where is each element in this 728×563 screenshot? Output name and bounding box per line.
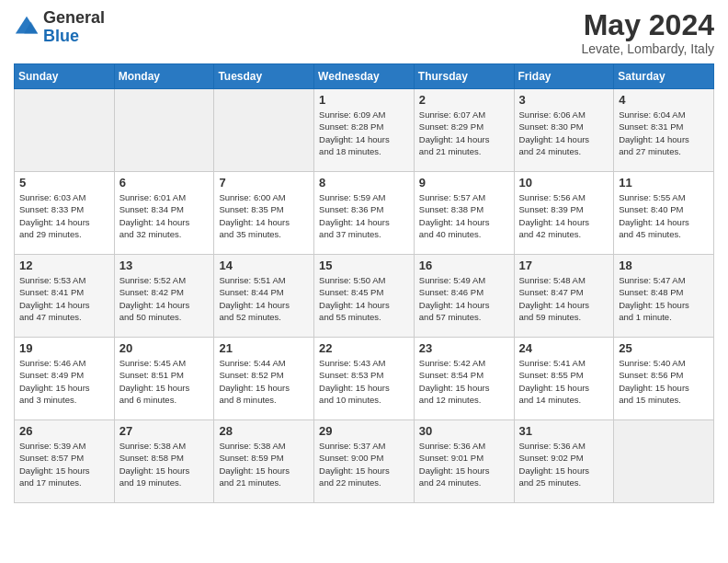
day-info: Sunrise: 5:37 AMSunset: 9:00 PMDaylight:…	[319, 440, 409, 488]
day-number: 29	[319, 424, 409, 438]
col-header-monday: Monday	[114, 64, 214, 89]
day-cell: 9Sunrise: 5:57 AMSunset: 8:38 PMDaylight…	[414, 172, 514, 255]
day-info: Sunrise: 5:40 AMSunset: 8:56 PMDaylight:…	[619, 357, 709, 406]
logo-blue: Blue	[43, 28, 105, 46]
day-info: Sunrise: 5:55 AMSunset: 8:40 PMDaylight:…	[619, 191, 709, 240]
day-number: 20	[119, 341, 210, 355]
day-number: 28	[219, 424, 309, 438]
day-number: 12	[19, 259, 109, 272]
page-header: General Blue May 2024 Levate, Lombardy, …	[14, 9, 714, 56]
day-cell: 13Sunrise: 5:52 AMSunset: 8:42 PMDayligh…	[114, 255, 214, 338]
day-number: 7	[219, 176, 309, 190]
day-number: 17	[519, 259, 609, 272]
day-number: 8	[319, 176, 409, 190]
day-cell: 31Sunrise: 5:36 AMSunset: 9:02 PMDayligh…	[514, 420, 614, 503]
day-number: 23	[419, 341, 509, 355]
day-number: 19	[19, 341, 109, 355]
col-header-thursday: Thursday	[414, 64, 514, 89]
day-info: Sunrise: 5:38 AMSunset: 8:58 PMDaylight:…	[119, 440, 210, 488]
day-info: Sunrise: 6:00 AMSunset: 8:35 PMDaylight:…	[219, 191, 309, 240]
week-row-2: 5Sunrise: 6:03 AMSunset: 8:33 PMDaylight…	[15, 172, 714, 255]
day-info: Sunrise: 5:45 AMSunset: 8:51 PMDaylight:…	[119, 357, 210, 406]
week-row-5: 26Sunrise: 5:39 AMSunset: 8:57 PMDayligh…	[15, 420, 714, 503]
day-number: 1	[319, 93, 409, 107]
day-cell: 11Sunrise: 5:55 AMSunset: 8:40 PMDayligh…	[614, 172, 714, 255]
day-info: Sunrise: 5:46 AMSunset: 8:49 PMDaylight:…	[19, 357, 109, 406]
day-number: 9	[419, 176, 509, 190]
day-cell: 16Sunrise: 5:49 AMSunset: 8:46 PMDayligh…	[414, 255, 514, 338]
day-info: Sunrise: 5:41 AMSunset: 8:55 PMDaylight:…	[519, 357, 609, 406]
day-number: 26	[19, 424, 109, 438]
day-cell: 7Sunrise: 6:00 AMSunset: 8:35 PMDaylight…	[214, 172, 314, 255]
day-cell	[114, 89, 214, 172]
day-number: 30	[419, 424, 509, 438]
day-cell: 12Sunrise: 5:53 AMSunset: 8:41 PMDayligh…	[15, 255, 115, 338]
day-number: 31	[519, 424, 609, 438]
day-number: 14	[219, 259, 309, 272]
day-info: Sunrise: 5:48 AMSunset: 8:47 PMDaylight:…	[519, 274, 609, 323]
day-cell: 6Sunrise: 6:01 AMSunset: 8:34 PMDaylight…	[114, 172, 214, 255]
day-cell: 28Sunrise: 5:38 AMSunset: 8:59 PMDayligh…	[214, 420, 314, 503]
day-info: Sunrise: 5:36 AMSunset: 9:02 PMDaylight:…	[519, 440, 609, 488]
title-block: May 2024 Levate, Lombardy, Italy	[582, 9, 714, 56]
logo-text: General Blue	[43, 9, 105, 46]
header-row: SundayMondayTuesdayWednesdayThursdayFrid…	[15, 64, 714, 89]
day-cell: 27Sunrise: 5:38 AMSunset: 8:58 PMDayligh…	[114, 420, 214, 503]
col-header-saturday: Saturday	[614, 64, 714, 89]
day-cell: 26Sunrise: 5:39 AMSunset: 8:57 PMDayligh…	[15, 420, 115, 503]
day-cell: 4Sunrise: 6:04 AMSunset: 8:31 PMDaylight…	[614, 89, 714, 172]
day-info: Sunrise: 6:04 AMSunset: 8:31 PMDaylight:…	[619, 109, 709, 157]
day-cell: 22Sunrise: 5:43 AMSunset: 8:53 PMDayligh…	[314, 338, 415, 420]
day-cell: 17Sunrise: 5:48 AMSunset: 8:47 PMDayligh…	[514, 255, 614, 338]
day-number: 4	[619, 93, 709, 107]
day-info: Sunrise: 5:43 AMSunset: 8:53 PMDaylight:…	[319, 357, 409, 406]
col-header-wednesday: Wednesday	[314, 64, 415, 89]
day-info: Sunrise: 6:03 AMSunset: 8:33 PMDaylight:…	[19, 191, 109, 240]
calendar-header: SundayMondayTuesdayWednesdayThursdayFrid…	[15, 64, 714, 89]
day-info: Sunrise: 5:59 AMSunset: 8:36 PMDaylight:…	[319, 191, 409, 240]
month-year-title: May 2024	[582, 9, 714, 41]
day-cell: 8Sunrise: 5:59 AMSunset: 8:36 PMDaylight…	[314, 172, 415, 255]
day-cell: 25Sunrise: 5:40 AMSunset: 8:56 PMDayligh…	[614, 338, 714, 420]
day-number: 18	[619, 259, 709, 272]
day-info: Sunrise: 5:53 AMSunset: 8:41 PMDaylight:…	[19, 274, 109, 323]
day-info: Sunrise: 5:39 AMSunset: 8:57 PMDaylight:…	[19, 440, 109, 488]
day-cell: 19Sunrise: 5:46 AMSunset: 8:49 PMDayligh…	[15, 338, 115, 420]
day-info: Sunrise: 5:49 AMSunset: 8:46 PMDaylight:…	[419, 274, 509, 323]
day-number: 22	[319, 341, 409, 355]
day-cell: 20Sunrise: 5:45 AMSunset: 8:51 PMDayligh…	[114, 338, 214, 420]
day-info: Sunrise: 5:42 AMSunset: 8:54 PMDaylight:…	[419, 357, 509, 406]
day-number: 16	[419, 259, 509, 272]
calendar-body: 1Sunrise: 6:09 AMSunset: 8:28 PMDaylight…	[15, 89, 714, 503]
week-row-3: 12Sunrise: 5:53 AMSunset: 8:41 PMDayligh…	[15, 255, 714, 338]
day-info: Sunrise: 6:06 AMSunset: 8:30 PMDaylight:…	[519, 109, 609, 157]
day-number: 3	[519, 93, 609, 107]
day-info: Sunrise: 6:01 AMSunset: 8:34 PMDaylight:…	[119, 191, 210, 240]
day-number: 2	[419, 93, 509, 107]
day-cell	[214, 89, 314, 172]
day-cell: 10Sunrise: 5:56 AMSunset: 8:39 PMDayligh…	[514, 172, 614, 255]
calendar-table: SundayMondayTuesdayWednesdayThursdayFrid…	[14, 63, 714, 503]
day-number: 5	[19, 176, 109, 190]
logo-general: General	[43, 9, 105, 28]
day-cell: 29Sunrise: 5:37 AMSunset: 9:00 PMDayligh…	[314, 420, 415, 503]
day-cell	[614, 420, 714, 503]
day-info: Sunrise: 5:51 AMSunset: 8:44 PMDaylight:…	[219, 274, 309, 323]
day-info: Sunrise: 5:50 AMSunset: 8:45 PMDaylight:…	[319, 274, 409, 323]
col-header-sunday: Sunday	[15, 64, 115, 89]
week-row-4: 19Sunrise: 5:46 AMSunset: 8:49 PMDayligh…	[15, 338, 714, 420]
day-cell	[15, 89, 115, 172]
day-cell: 1Sunrise: 6:09 AMSunset: 8:28 PMDaylight…	[314, 89, 415, 172]
day-info: Sunrise: 5:52 AMSunset: 8:42 PMDaylight:…	[119, 274, 210, 323]
col-header-tuesday: Tuesday	[214, 64, 314, 89]
day-number: 6	[119, 176, 210, 190]
day-info: Sunrise: 6:07 AMSunset: 8:29 PMDaylight:…	[419, 109, 509, 157]
day-info: Sunrise: 6:09 AMSunset: 8:28 PMDaylight:…	[319, 109, 409, 157]
day-info: Sunrise: 5:38 AMSunset: 8:59 PMDaylight:…	[219, 440, 309, 488]
location-subtitle: Levate, Lombardy, Italy	[582, 41, 714, 56]
day-cell: 23Sunrise: 5:42 AMSunset: 8:54 PMDayligh…	[414, 338, 514, 420]
day-number: 21	[219, 341, 309, 355]
logo: General Blue	[14, 9, 105, 46]
day-cell: 14Sunrise: 5:51 AMSunset: 8:44 PMDayligh…	[214, 255, 314, 338]
day-cell: 24Sunrise: 5:41 AMSunset: 8:55 PMDayligh…	[514, 338, 614, 420]
